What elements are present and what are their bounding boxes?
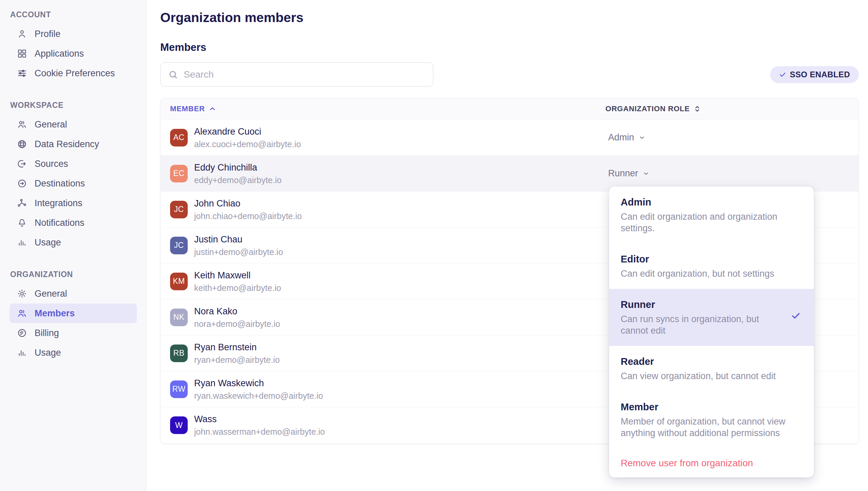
destination-arrow-icon xyxy=(17,178,27,189)
sso-enabled-badge: SSO ENABLED xyxy=(770,66,859,83)
role-option-admin[interactable]: Admin Can edit organization and organiza… xyxy=(609,186,814,243)
avatar: JC xyxy=(170,201,188,218)
member-name: Nora Kako xyxy=(194,306,280,317)
sidebar-item-label: Data Residency xyxy=(35,139,99,150)
sidebar-item-organization-usage[interactable]: Usage xyxy=(9,343,137,362)
avatar: RB xyxy=(170,345,188,362)
sidebar-item-label: Billing xyxy=(35,328,59,338)
search-icon xyxy=(168,70,178,80)
sidebar-item-workspace-usage[interactable]: Usage xyxy=(9,233,137,252)
sidebar-item-billing[interactable]: Billing xyxy=(9,323,137,343)
sidebar-item-label: Notifications xyxy=(35,218,84,228)
role-select[interactable]: Admin xyxy=(608,132,646,143)
role-option-reader[interactable]: Reader Can view organization, but cannot… xyxy=(609,346,814,391)
sidebar-item-label: Members xyxy=(35,308,75,319)
section-header-account: ACCOUNT xyxy=(0,10,146,24)
chevron-down-icon xyxy=(638,134,646,141)
column-header-member[interactable]: MEMBER xyxy=(161,104,605,113)
avatar: JC xyxy=(170,237,188,254)
sidebar-item-label: Cookie Preferences xyxy=(35,68,115,79)
applications-icon xyxy=(17,48,27,59)
sidebar-section-workspace: WORKSPACE General Data Residency Sources… xyxy=(0,101,146,252)
members-icon xyxy=(17,308,27,318)
members-controls: SSO ENABLED xyxy=(160,62,859,86)
sidebar-item-label: General xyxy=(35,119,67,130)
member-name: Alexandre Cuoci xyxy=(194,126,301,137)
sso-badge-label: SSO ENABLED xyxy=(790,70,850,79)
sidebar-item-label: Sources xyxy=(35,159,68,169)
source-arrow-icon xyxy=(17,159,27,169)
users-icon xyxy=(17,119,27,130)
page-title: Organization members xyxy=(160,10,859,25)
sliders-icon xyxy=(17,68,27,78)
member-email: john.chiao+demo@airbyte.io xyxy=(194,211,302,221)
member-name: Keith Maxwell xyxy=(194,270,281,281)
sidebar-item-notifications[interactable]: Notifications xyxy=(9,213,137,233)
sidebar-item-label: Destinations xyxy=(35,178,85,189)
sidebar-item-label: Integrations xyxy=(35,198,82,209)
sort-both-icon xyxy=(693,105,701,113)
member-email: ryan+demo@airbyte.io xyxy=(194,355,280,365)
sidebar-item-label: Usage xyxy=(35,237,61,248)
role-select[interactable]: Runner xyxy=(608,168,650,179)
sidebar-item-profile[interactable]: Profile xyxy=(9,24,137,44)
chevron-down-icon xyxy=(642,170,650,177)
avatar: EC xyxy=(170,165,188,182)
sidebar-item-members[interactable]: Members xyxy=(9,303,137,323)
member-name: Ryan Bernstein xyxy=(194,342,280,353)
member-name: Justin Chau xyxy=(194,234,283,245)
member-name: Ryan Waskewich xyxy=(194,378,323,389)
sidebar-item-label: Applications xyxy=(35,48,84,59)
sidebar-item-workspace-general[interactable]: General xyxy=(9,115,137,134)
sidebar-item-data-residency[interactable]: Data Residency xyxy=(9,134,137,154)
selected-check-icon xyxy=(791,311,801,322)
billing-icon xyxy=(17,328,27,338)
network-icon xyxy=(17,198,27,208)
sidebar-item-label: Usage xyxy=(35,348,61,358)
sidebar-item-cookie-preferences[interactable]: Cookie Preferences xyxy=(9,63,137,83)
sidebar-item-applications[interactable]: Applications xyxy=(9,44,137,63)
member-email: justin+demo@airbyte.io xyxy=(194,247,283,257)
member-name: John Chiao xyxy=(194,198,302,209)
member-email: nora+demo@airbyte.io xyxy=(194,319,280,329)
avatar: KM xyxy=(170,273,188,290)
globe-icon xyxy=(17,139,27,149)
search-input[interactable] xyxy=(184,69,426,80)
sidebar-item-label: General xyxy=(35,289,67,299)
remove-user-link[interactable]: Remove user from organization xyxy=(609,448,814,477)
role-option-member[interactable]: Member Member of organization, but canno… xyxy=(609,391,814,448)
avatar: NK xyxy=(170,309,188,326)
sidebar-item-label: Profile xyxy=(35,29,61,39)
role-option-runner[interactable]: Runner Can run syncs in organization, bu… xyxy=(609,289,814,346)
bell-icon xyxy=(17,218,27,228)
sidebar-item-organization-general[interactable]: General xyxy=(9,284,137,303)
section-header-organization: ORGANIZATION xyxy=(0,270,146,284)
member-email: alex.cuoci+demo@airbyte.io xyxy=(194,139,301,149)
profile-icon xyxy=(17,29,27,39)
role-dropdown-menu: Admin Can edit organization and organiza… xyxy=(609,186,814,477)
avatar: W xyxy=(170,416,188,434)
gear-icon xyxy=(17,289,27,299)
column-header-organization-role[interactable]: ORGANIZATION ROLE xyxy=(605,104,859,113)
avatar: RW xyxy=(170,380,188,398)
sidebar-item-destinations[interactable]: Destinations xyxy=(9,174,137,193)
member-name: Eddy Chinchilla xyxy=(194,162,282,173)
bar-chart-icon xyxy=(17,237,27,248)
table-header: MEMBER ORGANIZATION ROLE xyxy=(161,98,859,120)
sidebar-section-account: ACCOUNT Profile Applications Cookie Pref… xyxy=(0,10,146,83)
member-email: keith+demo@airbyte.io xyxy=(194,283,281,293)
member-email: eddy+demo@airbyte.io xyxy=(194,175,282,185)
settings-sidebar: ACCOUNT Profile Applications Cookie Pref… xyxy=(0,0,147,491)
table-row: AC Alexandre Cuoci alex.cuoci+demo@airby… xyxy=(161,120,859,156)
sidebar-item-sources[interactable]: Sources xyxy=(9,154,137,174)
sidebar-section-organization: ORGANIZATION General Members Billing Usa… xyxy=(0,270,146,362)
member-name: Wass xyxy=(194,414,325,425)
role-option-editor[interactable]: Editor Can edit organization, but not se… xyxy=(609,243,814,289)
check-icon xyxy=(779,71,786,78)
avatar: AC xyxy=(170,129,188,146)
member-email: john.wasserman+demo@airbyte.io xyxy=(194,427,325,437)
sort-asc-icon xyxy=(208,105,216,113)
search-box[interactable] xyxy=(160,62,433,86)
sidebar-item-integrations[interactable]: Integrations xyxy=(9,193,137,213)
member-email: ryan.waskewich+demo@airbyte.io xyxy=(194,391,323,401)
